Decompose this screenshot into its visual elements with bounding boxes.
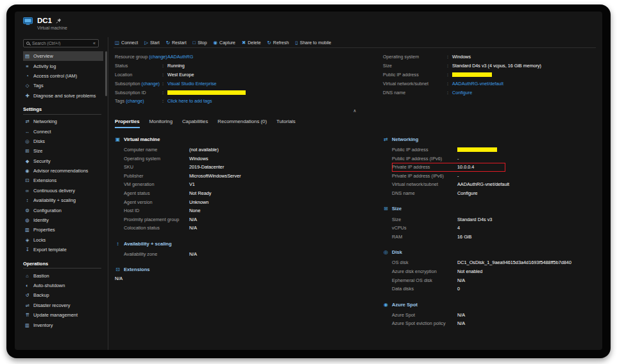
page-subtitle: Virtual machine (37, 26, 67, 30)
sidebar-item-bastion[interactable]: ⌂ Bastion (23, 270, 108, 280)
sidebar-item-configuration[interactable]: ⚙ Configuration (23, 205, 108, 215)
sidebar-item-disks[interactable]: ◎ Disks (23, 136, 108, 146)
sidebar-item-availability-scaling[interactable]: ↕ Availability + scaling (23, 195, 108, 205)
toolbar-button-delete[interactable]: ✖ Delete (242, 40, 261, 46)
tab-tutorials[interactable]: Tutorials (276, 119, 296, 130)
sidebar-item-continuous-delivery[interactable]: ∞ Continuous delivery (23, 186, 108, 195)
row-data-disks: Data disks 0 (392, 285, 596, 294)
row-public-ip-address-ipv6: Public IP address (IPv6) - (392, 154, 596, 163)
row-ephemeral-os-disk: Ephemeral OS disk N/A (392, 276, 596, 285)
essentials-value[interactable]: Click here to add tags (167, 98, 212, 104)
capture-icon: ◉ (214, 40, 218, 46)
section-header[interactable]: ◎ Disk (383, 249, 596, 255)
essentials-left-column: Resource group(change) : AADAuthRG Statu… (115, 53, 383, 106)
sidebar-item-access-control-iam[interactable]: ◔ Access control (IAM) (23, 71, 108, 81)
sidebar-collapse-icon[interactable]: « (93, 41, 96, 46)
sidebar-item-auto-shutdown[interactable]: ◐ Auto-shutdown (23, 281, 108, 290)
sidebar-item-extensions[interactable]: ⊡ Extensions (23, 176, 108, 185)
toolbar-button-start[interactable]: ▷ Start (144, 40, 160, 46)
change-link[interactable]: (change) (126, 98, 144, 104)
networking-icon: ⇄ (24, 119, 30, 124)
sidebar-item-advisor-recommendations[interactable]: ◉ Advisor recommendations (23, 166, 108, 176)
row-azure-spot: Azure Spot N/A (392, 311, 596, 320)
toolbar-button-connect[interactable]: ◫ Connect (115, 40, 138, 46)
property-label: Proximity placement group (124, 217, 189, 222)
toolbar-button-stop[interactable]: □ Stop (193, 40, 207, 46)
tab-label: Properties (115, 119, 140, 124)
section-header[interactable]: ▣ Virtual machine (115, 136, 383, 142)
property-value: N/A (457, 312, 465, 318)
section-header[interactable]: ◉ Azure Spot (383, 302, 596, 308)
toolbar-button-label: Capture (219, 40, 235, 45)
essentials-row-public-ip-address: Public IP address : (383, 70, 596, 79)
sidebar-section-header: Settings (23, 106, 108, 113)
essentials-value[interactable]: Visual Studio Enterprise (167, 81, 217, 87)
pin-icon[interactable] (56, 18, 62, 24)
essentials-value[interactable]: Configure (452, 90, 472, 95)
sidebar-item-identity[interactable]: ◍ Identity (23, 215, 108, 225)
tab-recommendations-0[interactable]: Recommendations (0) (217, 119, 267, 130)
toolbar-button-refresh[interactable]: ↻ Refresh (267, 40, 289, 46)
property-label: Agent status (124, 190, 189, 196)
sidebar-item-export-template[interactable]: ↧ Export template (23, 245, 108, 254)
toolbar-button-share-to-mobile[interactable]: ▯ Share to mobile (295, 40, 331, 46)
search-input[interactable] (32, 41, 90, 46)
property-value: 4 (457, 225, 460, 231)
sidebar-item-label: Overview (33, 53, 53, 59)
sidebar-item-diagnose-and-solve-problems[interactable]: ✚ Diagnose and solve problems (23, 91, 108, 101)
property-value[interactable]: AADAuthRG-vnet/default (457, 181, 509, 187)
essentials-value[interactable]: AADAuthRG-vnet/default (452, 81, 503, 87)
section-title: Size (392, 206, 401, 211)
property-value: Unknown (189, 199, 208, 205)
colon-separator: : (162, 90, 167, 95)
identity-icon: ◍ (24, 217, 30, 223)
essentials-label: Public IP address (383, 72, 447, 78)
essentials-value[interactable]: AADAuthRG (167, 54, 193, 60)
property-label: Agent version (124, 199, 189, 205)
section-header[interactable]: ↕ Availability + scaling (115, 241, 383, 247)
sidebar-item-tags[interactable]: ◇ Tags (23, 81, 108, 90)
sidebar-item-disaster-recovery[interactable]: ⇌ Disaster recovery (23, 301, 108, 310)
sidebar-item-activity-log[interactable]: ≡ Activity log (23, 61, 108, 70)
search-box[interactable]: « (23, 39, 99, 47)
toolbar-button-capture[interactable]: ◉ Capture (214, 40, 235, 46)
tab-properties[interactable]: Properties (115, 119, 140, 130)
sidebar-item-security[interactable]: ◆ Security (23, 156, 108, 166)
sidebar-item-size[interactable]: ⊞ Size (23, 146, 108, 156)
tab-capabilities[interactable]: Capabilities (182, 119, 208, 130)
sidebar-item-label: Access control (IAM) (33, 73, 77, 79)
sidebar-item-locks[interactable]: ◈ Locks (23, 235, 108, 245)
sidebar-item-overview[interactable]: ▤ Overview (23, 51, 103, 61)
row-public-ip-address: Public IP address (392, 145, 596, 154)
section-header[interactable]: ⊞ Size (383, 206, 596, 211)
sidebar-item-inventory[interactable]: ▥ Inventory (23, 320, 108, 329)
sidebar-item-label: Bastion (33, 273, 49, 279)
section-header[interactable]: ⇄ Networking (383, 136, 596, 142)
properties-left-column: ▣ Virtual machine Computer name (not ava… (115, 136, 383, 336)
sidebar-item-label: Availability + scaling (33, 197, 76, 203)
colon-separator: : (162, 72, 167, 78)
sidebar-item-backup[interactable]: ↺ Backup (23, 290, 108, 300)
sidebar-item-label: Backup (33, 292, 49, 298)
property-value[interactable]: Configure (457, 190, 478, 196)
section-header[interactable]: ⊡ Extensions (115, 267, 383, 272)
sidebar-item-connect[interactable]: ↔ Connect (23, 126, 108, 136)
colon-separator: : (447, 72, 452, 78)
sidebar-item-update-management[interactable]: ⇈ Update management (23, 310, 108, 320)
sidebar-item-label: Tags (33, 83, 44, 88)
row-ram: RAM 16 GiB (392, 233, 596, 242)
property-value: - (457, 156, 459, 161)
essentials-label: Location (115, 72, 162, 78)
tab-label: Capabilities (182, 119, 208, 124)
tab-monitoring[interactable]: Monitoring (149, 119, 173, 130)
sidebar-item-networking[interactable]: ⇄ Networking (23, 117, 108, 126)
essentials-collapse-chevron-icon[interactable]: ∧ (114, 107, 596, 115)
sidebar-section-settings: Settings ⇄ Networking ↔ (23, 106, 108, 254)
colon-separator: : (162, 63, 167, 69)
sidebar-scrollbar-thumb[interactable] (105, 51, 107, 96)
essentials-row-subscription: Subscription(change) : Visual Studio Ent… (115, 79, 383, 88)
essentials-value: Running (167, 63, 185, 69)
change-link[interactable]: (change) (142, 81, 160, 87)
toolbar-button-restart[interactable]: ↻ Restart (166, 40, 187, 46)
sidebar-item-properties[interactable]: ▥ Properties (23, 225, 108, 235)
